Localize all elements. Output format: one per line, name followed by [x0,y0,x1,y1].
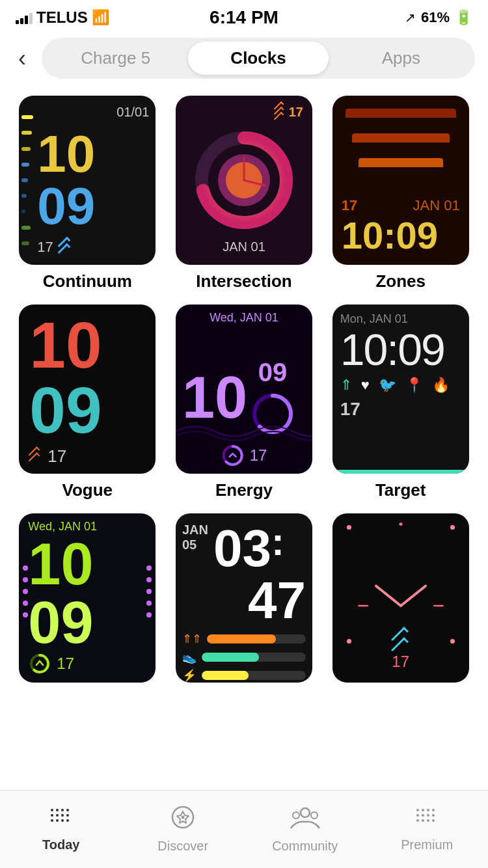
stride-bar-icon-2: 👟 [182,650,197,664]
continuum-lines [19,96,33,265]
nav-item-today[interactable]: Today [0,806,122,852]
nav-label-today: Today [42,837,79,852]
stride-bar-row-2: 👟 [182,650,306,664]
stride-bar-track-2 [202,653,306,662]
vogue-chevrons [29,451,41,461]
svg-point-26 [61,819,64,822]
clock-label-intersection: Intersection [196,271,291,292]
clock-label-target: Target [375,480,426,500]
intersection-chevrons [275,105,285,120]
clock-item-vogue[interactable]: 10 09 17 Vogue [16,305,159,500]
analog-dot-br [450,639,455,644]
target-time: 10:09 [340,327,461,372]
energy-min: 09 [258,358,288,387]
zones-bottom: 17 JAN 01 10:09 [342,197,460,254]
energy-steps: 17 [250,446,267,465]
clock-item-celebrate[interactable]: Wed, JAN 01 10 09 [16,513,159,689]
continuum-chevrons [59,241,72,253]
stride-day: 05 [182,537,197,552]
vogue-steps: 17 [47,446,66,467]
svg-point-21 [56,814,59,817]
svg-point-34 [416,809,419,811]
continuum-date: 01/01 [116,105,149,120]
status-time: 6:14 PM [210,7,278,28]
svg-point-39 [422,814,424,817]
intersection-donut [192,128,296,232]
clock-item-stride[interactable]: JAN 05 03 : 47 ⇑⇑ [172,513,316,689]
tab-charge5[interactable]: Charge 5 [46,42,185,75]
location-icon: ↗ [405,10,416,25]
clock-face-continuum: 01/01 10 09 17 [19,96,156,265]
svg-point-45 [432,819,435,822]
stride-bar-row-1: ⇑⇑ [182,632,306,646]
clock-label-energy: Energy [215,480,273,500]
clock-item-continuum[interactable]: 01/01 10 09 17 Continuum [16,96,159,292]
stride-bar-row-3: ⚡ [182,668,306,683]
zones-steps: 17 [342,197,357,214]
clock-item-analog[interactable]: 17 [329,513,472,689]
svg-point-16 [51,809,53,811]
status-left: TELUS 📶 [16,8,109,27]
svg-point-17 [56,809,59,811]
carrier-label: TELUS [36,8,88,27]
celebrate-bottom: 17 [28,652,74,675]
svg-point-25 [56,819,59,822]
vogue-hour: 10 [29,312,102,377]
status-bar: TELUS 📶 6:14 PM ↗ 61% 🔋 [0,0,488,33]
target-heart-icon: ♥ [361,377,370,394]
analog-dot-bl [347,639,351,644]
wifi-icon: 📶 [92,9,109,26]
clock-item-target[interactable]: Mon, JAN 01 10:09 ⇑ ♥ 🐦 📍 🔥 17 Target [329,305,472,500]
svg-point-27 [66,819,69,822]
svg-point-38 [416,814,419,817]
clock-label-continuum: Continuum [43,271,132,292]
intersection-date: JAN 01 [223,239,265,254]
clock-label-vogue: Vogue [62,480,113,500]
status-right: ↗ 61% 🔋 [405,9,472,26]
battery-icon: 🔋 [455,9,472,26]
svg-point-18 [61,809,64,811]
continuum-hour: 10 [37,128,95,180]
stride-bar-track-3 [202,671,306,680]
vogue-bottom: 17 [29,446,66,467]
signal-icon [16,11,33,24]
community-icon [290,805,321,835]
clock-item-energy[interactable]: Wed, JAN 01 10 09 [172,305,316,500]
target-icons: ⇑ ♥ 🐦 📍 🔥 [340,377,461,394]
vogue-min: 09 [29,377,102,442]
zones-chevrons [342,109,460,176]
clock-item-zones[interactable]: 17 JAN 01 10:09 Zones [329,96,472,292]
today-icon [48,806,74,834]
zones-time: 10:09 [342,217,460,254]
target-run-icon: 🐦 [379,377,396,394]
battery-percent: 61% [421,9,450,26]
nav-label-discover: Discover [157,839,208,854]
back-button[interactable]: ‹ [13,42,31,75]
nav-item-community[interactable]: Community [244,805,366,854]
stride-bar-track-1 [207,634,306,644]
svg-point-35 [422,809,424,811]
svg-line-12 [401,586,426,606]
header: ‹ Charge 5 Clocks Apps [0,33,488,89]
nav-label-community: Community [272,839,338,854]
tab-apps[interactable]: Apps [331,42,471,75]
clock-face-target: Mon, JAN 01 10:09 ⇑ ♥ 🐦 📍 🔥 17 [332,305,469,474]
analog-steps: 17 [392,653,409,671]
clock-item-intersection[interactable]: 17 [172,96,316,292]
clock-face-celebrate: Wed, JAN 01 10 09 [19,513,156,683]
svg-point-36 [427,809,429,811]
clock-label-zones: Zones [375,271,426,292]
nav-item-discover[interactable]: Discover [122,805,245,854]
analog-dot-tl [347,525,351,530]
stride-bars: ⇑⇑ 👟 ⚡ [182,632,306,683]
intersection-steps-top: 17 [275,105,303,120]
analog-top-dot [399,522,402,526]
svg-point-32 [293,812,299,819]
analog-chevrons [392,633,410,650]
nav-item-premium[interactable]: Premium [366,806,489,852]
svg-point-43 [422,819,424,822]
stride-bar-fill-2 [202,653,259,662]
tab-clocks[interactable]: Clocks [188,42,328,75]
svg-point-42 [416,819,419,822]
clock-face-energy: Wed, JAN 01 10 09 [176,305,312,474]
